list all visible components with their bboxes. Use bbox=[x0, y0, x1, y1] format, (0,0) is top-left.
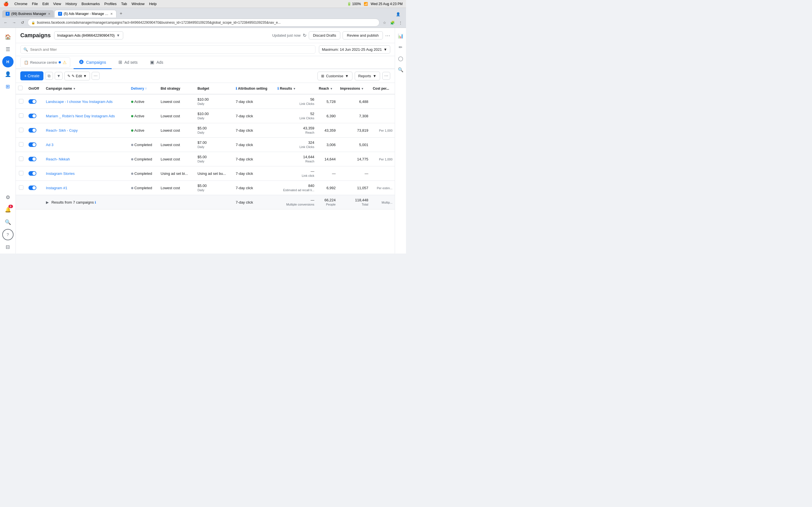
sidebar-people-icon[interactable]: 👤 bbox=[2, 68, 13, 80]
campaigns-tab-icon: 🅐 bbox=[79, 60, 84, 65]
menu-window[interactable]: Window bbox=[131, 2, 144, 6]
tab-close-1[interactable]: ✕ bbox=[48, 12, 51, 16]
summary-cost-cell: Multip... bbox=[370, 195, 395, 210]
tab-campaigns[interactable]: 🅐 Campaigns bbox=[73, 56, 112, 69]
menu-profiles[interactable]: Profiles bbox=[104, 2, 116, 6]
more-options-icon[interactable]: ⋮ bbox=[397, 19, 404, 26]
right-circle-icon[interactable]: ◯ bbox=[396, 54, 405, 63]
sidebar-help-icon[interactable]: ? bbox=[2, 229, 13, 240]
new-tab-button[interactable]: + bbox=[117, 10, 125, 17]
header-more-icon[interactable]: ⋯ bbox=[385, 33, 390, 39]
tab-business-manager[interactable]: f (99) Business Manager ✕ bbox=[2, 10, 54, 17]
create-button[interactable]: + Create bbox=[20, 71, 44, 80]
row-checkbox[interactable] bbox=[19, 185, 23, 190]
summary-checkbox-cell bbox=[16, 195, 26, 210]
right-search-icon[interactable]: 🔍 bbox=[396, 65, 405, 74]
tab-close-2[interactable]: ✕ bbox=[110, 12, 113, 16]
row-checkbox[interactable] bbox=[19, 171, 23, 175]
campaign-toggle[interactable] bbox=[28, 157, 36, 161]
name-sort-icon[interactable]: ▼ bbox=[73, 87, 76, 90]
forward-button[interactable]: → bbox=[11, 19, 17, 26]
row-checkbox[interactable] bbox=[19, 142, 23, 147]
campaigns-table: On/Off Campaign name ▼ Delivery ↑ Bid st… bbox=[16, 83, 395, 210]
back-button[interactable]: ← bbox=[2, 19, 9, 26]
sidebar-bell-icon[interactable]: 🔔 5 bbox=[2, 204, 13, 215]
menu-tab[interactable]: Tab bbox=[121, 2, 127, 6]
edit-button[interactable]: ✎ ✎ Edit ▼ bbox=[64, 72, 90, 80]
campaign-link[interactable]: Reach- Nikkah bbox=[46, 157, 70, 161]
resource-centre-tab[interactable]: 📋 Resource centre ⚠ bbox=[20, 57, 70, 68]
menu-file[interactable]: File bbox=[32, 2, 38, 6]
campaign-toggle[interactable] bbox=[28, 185, 36, 190]
row-checkbox[interactable] bbox=[19, 157, 23, 161]
customise-button[interactable]: ⊞ Customise ▼ bbox=[317, 72, 352, 80]
date-range-text: Maximum: 14 Jun 2021-25 Aug 2021 bbox=[322, 47, 382, 52]
row-impressions-cell: 5,001 bbox=[338, 137, 370, 152]
row-results-cell: 52Link Clicks bbox=[275, 109, 316, 123]
right-pencil-icon[interactable]: ✏ bbox=[396, 43, 405, 52]
row-impressions-cell: 6,488 bbox=[338, 94, 370, 109]
campaign-toggle[interactable] bbox=[28, 128, 36, 132]
sidebar-avatar[interactable]: H bbox=[2, 56, 13, 67]
row-checkbox[interactable] bbox=[19, 113, 23, 118]
discard-drafts-button[interactable]: Discard Drafts bbox=[309, 31, 340, 40]
campaign-link[interactable]: Landscape - I choose You Instagram Ads bbox=[46, 100, 113, 104]
menu-history[interactable]: History bbox=[66, 2, 77, 6]
date-range-selector[interactable]: Maximum: 14 Jun 2021-25 Aug 2021 ▼ bbox=[319, 45, 390, 54]
menu-edit[interactable]: Edit bbox=[42, 2, 49, 6]
attribution-info-icon[interactable]: ℹ bbox=[236, 87, 237, 91]
menu-chrome[interactable]: Chrome bbox=[14, 2, 27, 6]
campaign-toggle[interactable] bbox=[28, 114, 36, 118]
campaign-toggle[interactable] bbox=[28, 171, 36, 176]
expand-icon[interactable]: ▶ bbox=[46, 200, 49, 205]
campaign-link[interactable]: Instagram Stories bbox=[46, 171, 75, 176]
campaign-link[interactable]: Ad 3 bbox=[46, 143, 54, 147]
right-chart-icon[interactable]: 📊 bbox=[396, 31, 405, 40]
row-name-cell: Reach- Nikkah bbox=[44, 152, 129, 166]
refresh-icon[interactable]: ↻ bbox=[303, 33, 306, 38]
bookmark-icon[interactable]: ☆ bbox=[381, 19, 388, 26]
reports-button[interactable]: Reports ▼ bbox=[355, 72, 380, 80]
apple-menu[interactable]: 🍎 bbox=[3, 1, 9, 6]
sidebar-grid-icon[interactable]: ⊞ bbox=[2, 81, 13, 92]
campaign-toggle[interactable] bbox=[28, 99, 36, 104]
summary-info-icon[interactable]: ℹ bbox=[95, 201, 96, 205]
row-checkbox[interactable] bbox=[19, 128, 23, 132]
account-selector[interactable]: Instagram Ads (849664229090470) ▼ bbox=[54, 31, 123, 40]
review-publish-button[interactable]: Review and publish bbox=[343, 31, 383, 40]
duplicate-button[interactable]: ⧉ bbox=[45, 72, 53, 80]
sidebar-table-icon[interactable]: ⊟ bbox=[2, 241, 13, 252]
more-tools-button[interactable]: ⋯ bbox=[92, 72, 100, 80]
reach-sort-icon[interactable]: ▼ bbox=[330, 87, 333, 90]
tab-ads[interactable]: ▣ Ads bbox=[144, 56, 169, 69]
campaign-link[interactable]: Instagram #1 bbox=[46, 186, 67, 190]
campaign-toggle[interactable] bbox=[28, 143, 36, 147]
select-all-checkbox[interactable] bbox=[18, 86, 22, 90]
tab-adsets[interactable]: ⊞ Ad sets bbox=[113, 56, 143, 69]
tab-ads-manager[interactable]: f (5) Ads Manager - Manage ads... ✕ bbox=[54, 10, 116, 17]
address-bar[interactable]: 🔒 business.facebook.com/adsmanager/manag… bbox=[27, 19, 380, 26]
menu-help[interactable]: Help bbox=[149, 2, 157, 6]
refresh-button[interactable]: ↺ bbox=[19, 19, 26, 26]
cost-label: Per 1,000 bbox=[379, 158, 393, 161]
extension-icon[interactable]: 🧩 bbox=[389, 19, 396, 26]
impressions-sort-icon[interactable]: ▼ bbox=[361, 87, 364, 90]
campaign-link[interactable]: Reach- Sikh - Copy bbox=[46, 128, 78, 132]
sidebar-menu-icon[interactable]: ☰ bbox=[2, 44, 13, 55]
menu-view[interactable]: View bbox=[53, 2, 61, 6]
results-info-icon[interactable]: ℹ bbox=[278, 87, 279, 91]
sidebar-search-icon[interactable]: 🔍 bbox=[2, 217, 13, 228]
menu-bookmarks[interactable]: Bookmarks bbox=[81, 2, 100, 6]
duplicate-chevron[interactable]: ▼ bbox=[55, 72, 63, 80]
sidebar-home-icon[interactable]: 🏠 bbox=[2, 31, 13, 43]
summary-bid-cell bbox=[159, 195, 195, 210]
row-impressions-cell: 14,775 bbox=[338, 152, 370, 166]
results-sort-icon[interactable]: ▼ bbox=[293, 87, 296, 90]
sidebar-settings-icon[interactable]: ⚙ bbox=[2, 192, 13, 203]
search-input-wrapper[interactable]: 🔍 bbox=[20, 45, 315, 54]
table-more-button[interactable]: ⋯ bbox=[382, 72, 390, 80]
browser-profile-icon[interactable]: 👤 bbox=[395, 11, 402, 17]
row-checkbox[interactable] bbox=[19, 99, 23, 104]
campaign-link[interactable]: Mariam _ Robin's Next Day Instagram Ads bbox=[46, 114, 115, 118]
search-input[interactable] bbox=[30, 47, 312, 52]
